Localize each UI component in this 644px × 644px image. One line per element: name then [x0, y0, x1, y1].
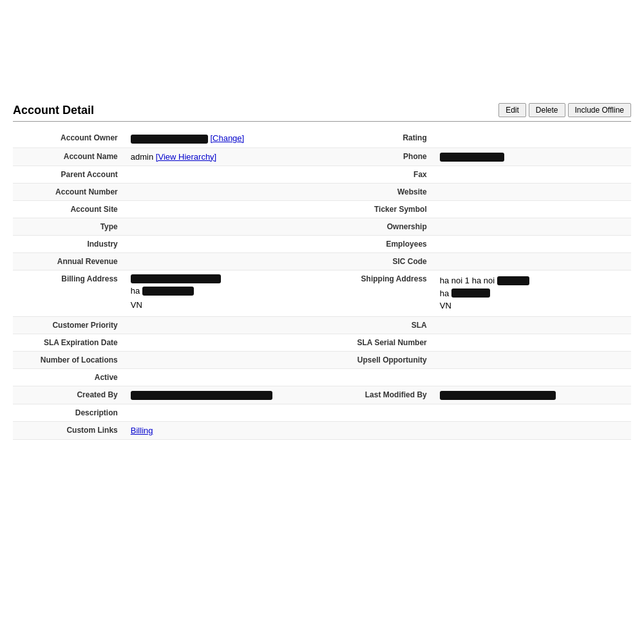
- shipping-line-1: ha noi 1 ha noi: [440, 274, 625, 287]
- label-custom-links: Custom Links: [13, 422, 124, 440]
- table-row: Parent Account Fax: [13, 166, 631, 184]
- value-shipping-address: ha noi 1 ha noi ha VN: [433, 270, 631, 317]
- label-active: Active: [13, 368, 124, 386]
- value-last-modified-by: [433, 386, 631, 404]
- table-row: Account Owner [Change] Rating: [13, 129, 631, 147]
- account-name-text: admin: [131, 152, 156, 162]
- label-account-owner: Account Owner: [13, 129, 124, 147]
- page-container: Account Detail Edit Delete Include Offli…: [13, 103, 631, 440]
- value-ownership: [433, 218, 631, 236]
- value-industry: [124, 236, 322, 253]
- label-created-by: Created By: [13, 386, 124, 404]
- table-row: Customer Priority SLA: [13, 316, 631, 334]
- redacted-billing-1: [131, 274, 221, 283]
- value-employees: [433, 236, 631, 253]
- value-upsell-opportunity: [433, 351, 631, 368]
- label-account-name: Account Name: [13, 147, 124, 166]
- table-row: Industry Employees: [13, 236, 631, 253]
- label-account-site: Account Site: [13, 201, 124, 218]
- value-phone: [433, 147, 631, 166]
- label-ownership: Ownership: [322, 218, 433, 236]
- label-shipping-address: Shipping Address: [322, 270, 433, 317]
- label-phone: Phone: [322, 147, 433, 166]
- label-empty-2: [322, 404, 433, 422]
- billing-link[interactable]: Billing: [131, 426, 153, 435]
- page-title: Account Detail: [13, 104, 94, 117]
- detail-table: Account Owner [Change] Rating Account Na…: [13, 129, 631, 440]
- change-link[interactable]: [Change]: [210, 133, 244, 143]
- table-row: Custom Links Billing: [13, 422, 631, 440]
- label-account-number: Account Number: [13, 184, 124, 201]
- table-row: Account Number Website: [13, 184, 631, 201]
- label-upsell-opportunity: Upsell Opportunity: [322, 351, 433, 368]
- label-fax: Fax: [322, 166, 433, 184]
- value-description: [124, 404, 322, 422]
- shipping-country: VN: [440, 299, 625, 312]
- redacted-phone: [440, 153, 504, 162]
- label-description: Description: [13, 404, 124, 422]
- delete-button[interactable]: Delete: [529, 103, 565, 117]
- value-empty-2: [433, 404, 631, 422]
- value-billing-address: ha VN: [124, 270, 322, 317]
- label-annual-revenue: Annual Revenue: [13, 253, 124, 270]
- table-row: Annual Revenue SIC Code: [13, 253, 631, 270]
- shipping-city-prefix: ha noi 1 ha noi: [440, 274, 495, 287]
- billing-country: VN: [131, 299, 316, 312]
- view-hierarchy-link[interactable]: [View Hierarchy]: [156, 152, 216, 162]
- value-website: [433, 184, 631, 201]
- billing-line-2: ha: [131, 285, 316, 298]
- value-customer-priority: [124, 316, 322, 334]
- billing-city: ha: [131, 285, 140, 298]
- label-industry: Industry: [13, 236, 124, 253]
- value-sla-serial-number: [433, 334, 631, 351]
- value-sic-code: [433, 253, 631, 270]
- redacted-created-by: [131, 391, 272, 400]
- label-empty-3: [322, 422, 433, 440]
- label-type: Type: [13, 218, 124, 236]
- value-parent-account: [124, 166, 322, 184]
- value-account-number: [124, 184, 322, 201]
- value-created-by: [124, 386, 322, 404]
- label-ticker-symbol: Ticker Symbol: [322, 201, 433, 218]
- value-number-of-locations: [124, 351, 322, 368]
- value-ticker-symbol: [433, 201, 631, 218]
- value-fax: [433, 166, 631, 184]
- redacted-owner: [131, 135, 208, 144]
- value-annual-revenue: [124, 253, 322, 270]
- label-employees: Employees: [322, 236, 433, 253]
- label-website: Website: [322, 184, 433, 201]
- label-sla: SLA: [322, 316, 433, 334]
- value-account-site: [124, 201, 322, 218]
- value-empty-1: [433, 368, 631, 386]
- label-sla-expiration-date: SLA Expiration Date: [13, 334, 124, 351]
- billing-address-block: ha VN: [131, 274, 316, 311]
- header-buttons: Edit Delete Include Offline: [498, 103, 631, 117]
- value-rating: [433, 129, 631, 147]
- table-row: Description: [13, 404, 631, 422]
- table-row: Active: [13, 368, 631, 386]
- value-custom-links: Billing: [124, 422, 322, 440]
- label-sic-code: SIC Code: [322, 253, 433, 270]
- include-offline-button[interactable]: Include Offline: [568, 103, 632, 117]
- edit-button[interactable]: Edit: [498, 103, 526, 117]
- redacted-last-modified-by: [440, 391, 556, 400]
- table-row: Number of Locations Upsell Opportunity: [13, 351, 631, 368]
- shipping-line-2: ha: [440, 287, 625, 300]
- table-row: Billing Address ha VN Shipping Address: [13, 270, 631, 317]
- table-row: Account Name admin [View Hierarchy] Phon…: [13, 147, 631, 166]
- table-row: SLA Expiration Date SLA Serial Number: [13, 334, 631, 351]
- label-sla-serial-number: SLA Serial Number: [322, 334, 433, 351]
- shipping-address-block: ha noi 1 ha noi ha VN: [440, 274, 625, 312]
- value-type: [124, 218, 322, 236]
- redacted-shipping-2: [451, 289, 490, 298]
- value-sla-expiration-date: [124, 334, 322, 351]
- label-rating: Rating: [322, 129, 433, 147]
- account-detail-header: Account Detail Edit Delete Include Offli…: [13, 103, 631, 122]
- label-billing-address: Billing Address: [13, 270, 124, 317]
- label-empty-1: [322, 368, 433, 386]
- table-row: Created By Last Modified By: [13, 386, 631, 404]
- label-last-modified-by: Last Modified By: [322, 386, 433, 404]
- label-parent-account: Parent Account: [13, 166, 124, 184]
- value-sla: [433, 316, 631, 334]
- billing-line-1: [131, 274, 316, 283]
